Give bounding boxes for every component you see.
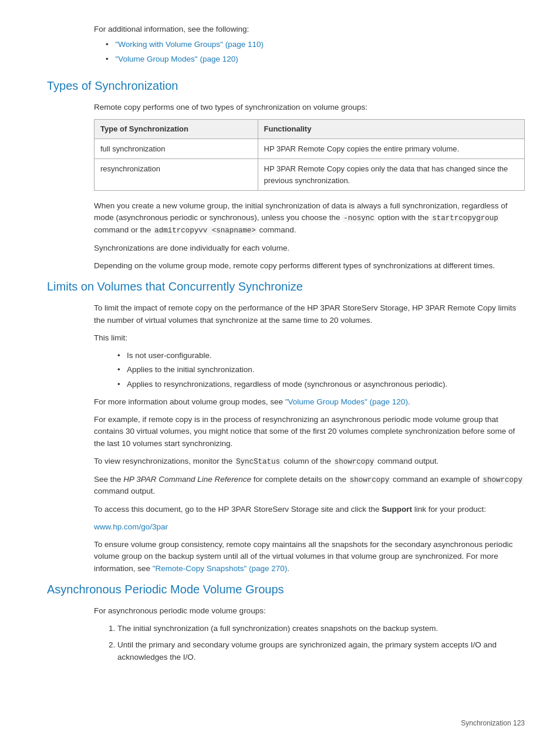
remote-copy-snapshots-link[interactable]: "Remote-Copy Snapshots" (page 270) bbox=[153, 564, 287, 573]
async-ordered-list: The initial synchronization (a full sync… bbox=[117, 623, 525, 663]
types-section-body: Remote copy performs one of two types of… bbox=[94, 102, 525, 272]
limits-para3: For more information about volume group … bbox=[94, 396, 525, 408]
support-bold: Support bbox=[382, 505, 412, 514]
intro-links-list: "Working with Volume Groups" (page 110) … bbox=[106, 39, 525, 65]
async-intro: For asynchronous periodic mode volume gr… bbox=[94, 605, 525, 617]
nosync-code: -nosync bbox=[342, 214, 376, 222]
limits-bullet-2: Applies to the initial synchronization. bbox=[117, 364, 525, 376]
async-item-1: The initial synchronization (a full sync… bbox=[117, 623, 525, 634]
limits-para6: See the HP 3PAR Command Line Reference f… bbox=[94, 474, 525, 498]
sync-types-table: Type of Synchronization Functionality fu… bbox=[94, 119, 525, 191]
limits-para1: To limit the impact of remote copy on th… bbox=[94, 302, 525, 326]
limits-para5-end: command output. bbox=[375, 457, 438, 465]
working-with-volume-groups-link[interactable]: "Working with Volume Groups" (page 110) bbox=[116, 40, 264, 49]
col2-header: Functionality bbox=[258, 120, 524, 139]
limits-bullet-3: Applies to resynchronizations, regardles… bbox=[117, 379, 525, 390]
syncstatus-code: SyncStatus bbox=[235, 458, 281, 466]
hp-link-para: www.hp.com/go/3par bbox=[94, 521, 525, 533]
intro-link-item-1: "Working with Volume Groups" (page 110) bbox=[106, 39, 525, 50]
limits-para3-end: . bbox=[408, 397, 410, 406]
intro-link-item-2: "Volume Group Modes" (page 120) bbox=[106, 53, 525, 65]
async-item-2: Until the primary and secondary volume g… bbox=[117, 639, 525, 663]
showrcopy-code3: showrcopy bbox=[482, 476, 524, 484]
hp3par-link[interactable]: www.hp.com/go/3par bbox=[94, 522, 168, 531]
limits-para6-mid2: command an example of bbox=[390, 475, 481, 484]
types-para2: Synchronizations are done individually f… bbox=[94, 242, 525, 254]
limits-para5-before: To view resynchronizations, monitor the bbox=[94, 457, 235, 465]
limits-para5-mid: column of the bbox=[281, 457, 333, 465]
table-row: full synchronization HP 3PAR Remote Copy… bbox=[95, 139, 525, 159]
types-para3: Depending on the volume group mode, remo… bbox=[94, 260, 525, 272]
row2-type: resynchronization bbox=[95, 159, 258, 191]
types-para1-mid: option with the bbox=[376, 213, 431, 222]
limits-para7-end: link for your product: bbox=[412, 505, 486, 514]
limits-section-body: To limit the impact of remote copy on th… bbox=[94, 302, 525, 575]
limits-heading: Limits on Volumes that Concurrently Sync… bbox=[47, 278, 525, 295]
limits-para7: To access this document, go to the HP 3P… bbox=[94, 504, 525, 515]
volume-group-modes-link2[interactable]: "Volume Group Modes" (page 120) bbox=[285, 397, 408, 406]
admitrcopyvv-code: admitrcopyvv <snapname> bbox=[153, 227, 257, 235]
showrcopy-code2: showrcopy bbox=[349, 476, 391, 484]
types-intro: Remote copy performs one of two types of… bbox=[94, 102, 525, 113]
limits-para6-end: command output. bbox=[94, 487, 155, 495]
limits-para2: This limit: bbox=[94, 332, 525, 344]
limits-para4: For example, if remote copy is in the pr… bbox=[94, 414, 525, 450]
async-heading: Asynchronous Periodic Mode Volume Groups bbox=[47, 580, 525, 598]
table-row: resynchronization HP 3PAR Remote Copy co… bbox=[95, 159, 525, 191]
row1-type: full synchronization bbox=[95, 139, 258, 159]
limits-para6-before: See the bbox=[94, 475, 123, 484]
limits-para3-before: For more information about volume group … bbox=[94, 397, 285, 406]
types-para1: When you create a new volume group, the … bbox=[94, 200, 525, 237]
limits-para8-end: . bbox=[287, 564, 289, 573]
types-para1-end: command. bbox=[257, 225, 296, 234]
limits-para8: To ensure volume group consistency, remo… bbox=[94, 539, 525, 575]
volume-group-modes-link[interactable]: "Volume Group Modes" (page 120) bbox=[116, 55, 238, 63]
row1-functionality: HP 3PAR Remote Copy copies the entire pr… bbox=[258, 139, 524, 159]
async-section-body: For asynchronous periodic mode volume gr… bbox=[94, 605, 525, 663]
col1-header: Type of Synchronization bbox=[95, 120, 258, 139]
types-heading: Types of Synchronization bbox=[47, 77, 525, 94]
types-para1-mid2: command or the bbox=[94, 225, 153, 234]
showrcopy-code1: showrcopy bbox=[333, 458, 376, 466]
limits-para7-before: To access this document, go to the HP 3P… bbox=[94, 505, 382, 514]
limits-bullet-1: Is not user-configurable. bbox=[117, 350, 525, 362]
limits-para6-mid: for complete details on the bbox=[251, 475, 349, 484]
limits-bullet-list: Is not user-configurable. Applies to the… bbox=[117, 350, 525, 390]
hp3par-italic: HP 3PAR Command Line Reference bbox=[123, 475, 251, 484]
startrcopygroup-code: startrcopygroup bbox=[431, 214, 500, 222]
limits-para5: To view resynchronizations, monitor the … bbox=[94, 455, 525, 468]
row2-functionality: HP 3PAR Remote Copy copies only the data… bbox=[258, 159, 524, 191]
intro-text: For additional information, see the foll… bbox=[94, 23, 525, 35]
